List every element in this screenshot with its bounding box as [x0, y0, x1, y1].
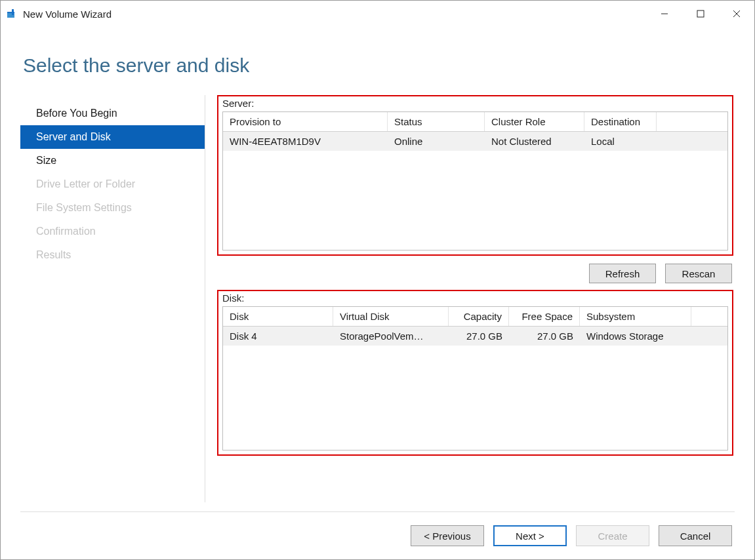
titlebar: New Volume Wizard [1, 1, 754, 27]
step-size[interactable]: Size [20, 149, 205, 172]
close-button[interactable] [718, 1, 754, 27]
minimize-button[interactable] [646, 1, 682, 27]
cell-disk: Disk 4 [223, 327, 333, 346]
cell-virtual-disk: StoragePoolVem… [333, 327, 449, 346]
cell-capacity: 27.0 GB [449, 327, 509, 346]
header-status[interactable]: Status [388, 112, 485, 131]
server-grid[interactable]: Provision to Status Cluster Role Destina… [222, 111, 728, 250]
header-spacer [657, 112, 727, 131]
step-file-system-settings: File System Settings [20, 196, 205, 220]
header-virtual-disk[interactable]: Virtual Disk [333, 307, 449, 326]
footer-button-bar: < Previous Next > Create Cancel [1, 512, 754, 559]
step-before-you-begin[interactable]: Before You Begin [20, 102, 205, 125]
svg-rect-4 [697, 10, 704, 17]
refresh-button[interactable]: Refresh [589, 264, 656, 283]
step-results: Results [20, 243, 205, 267]
mid-button-row: Refresh Rescan [217, 262, 733, 290]
cell-cluster-role: Not Clustered [485, 132, 584, 151]
main-row: Before You Begin Server and Disk Size Dr… [20, 95, 735, 512]
cell-subsystem: Windows Storage [580, 327, 691, 346]
server-row[interactable]: WIN-4EEAT8M1D9V Online Not Clustered Loc… [223, 132, 727, 151]
header-subsystem[interactable]: Subsystem [580, 307, 691, 326]
step-confirmation: Confirmation [20, 220, 205, 243]
server-grid-header: Provision to Status Cluster Role Destina… [223, 112, 727, 132]
step-drive-letter-or-folder: Drive Letter or Folder [20, 172, 205, 196]
header-spacer-2 [691, 307, 727, 326]
server-label: Server: [222, 98, 728, 109]
panel: Server: Provision to Status Cluster Role… [205, 95, 735, 502]
header-cluster-role[interactable]: Cluster Role [485, 112, 584, 131]
wizard-steps-sidebar: Before You Begin Server and Disk Size Dr… [20, 95, 205, 502]
disk-label: Disk: [222, 292, 728, 304]
rescan-button[interactable]: Rescan [665, 264, 732, 283]
maximize-button[interactable] [682, 1, 718, 27]
header-disk[interactable]: Disk [223, 307, 333, 326]
disk-grid[interactable]: Disk Virtual Disk Capacity Free Space Su… [222, 306, 728, 450]
window-title: New Volume Wizard [23, 9, 646, 20]
cell-destination: Local [584, 132, 657, 151]
server-grid-body: WIN-4EEAT8M1D9V Online Not Clustered Loc… [223, 132, 727, 250]
server-section: Server: Provision to Status Cluster Role… [217, 95, 733, 256]
cell-spacer-2 [691, 327, 727, 346]
page-title: Select the server and disk [23, 54, 735, 77]
app-icon [6, 8, 18, 20]
cancel-button[interactable]: Cancel [659, 525, 732, 546]
disk-section: Disk: Disk Virtual Disk Capacity Free Sp… [217, 290, 733, 456]
cell-free-space: 27.0 GB [509, 327, 580, 346]
svg-rect-2 [12, 9, 14, 15]
step-server-and-disk[interactable]: Server and Disk [20, 125, 205, 149]
header-free-space[interactable]: Free Space [509, 307, 580, 326]
cell-provision-to: WIN-4EEAT8M1D9V [223, 132, 388, 151]
disk-row[interactable]: Disk 4 StoragePoolVem… 27.0 GB 27.0 GB W… [223, 327, 727, 346]
content-area: Select the server and disk Before You Be… [1, 27, 754, 512]
header-capacity[interactable]: Capacity [449, 307, 509, 326]
cell-status: Online [388, 132, 485, 151]
cell-spacer [657, 132, 727, 151]
header-provision-to[interactable]: Provision to [223, 112, 388, 131]
header-destination[interactable]: Destination [584, 112, 657, 131]
disk-grid-body: Disk 4 StoragePoolVem… 27.0 GB 27.0 GB W… [223, 327, 727, 450]
next-button[interactable]: Next > [493, 525, 567, 546]
wizard-window: New Volume Wizard Select the server and … [0, 0, 755, 560]
disk-grid-header: Disk Virtual Disk Capacity Free Space Su… [223, 307, 727, 327]
previous-button[interactable]: < Previous [411, 525, 484, 546]
create-button: Create [576, 525, 649, 546]
